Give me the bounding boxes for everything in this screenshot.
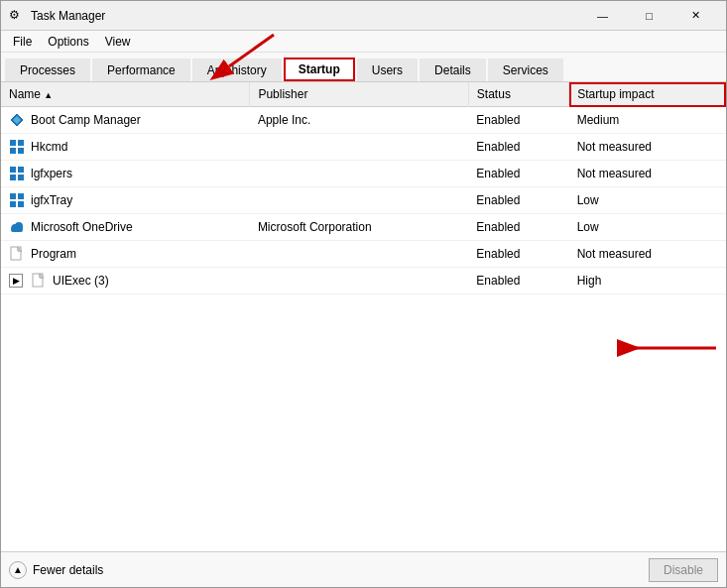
- app-name: Program: [31, 247, 76, 261]
- cell-publisher: [250, 268, 468, 294]
- window-icon: ⚙: [9, 8, 25, 24]
- cell-startup-impact: High: [569, 268, 726, 294]
- app-icon-grid: [9, 192, 25, 208]
- window-title: Task Manager: [31, 9, 580, 23]
- app-icon-cloud: [9, 219, 25, 235]
- app-name: Microsoft OneDrive: [31, 220, 133, 234]
- menu-view[interactable]: View: [97, 33, 139, 51]
- cell-publisher: Apple Inc.: [250, 107, 468, 134]
- cell-name: Program: [1, 241, 250, 268]
- cell-status: Enabled: [468, 241, 568, 268]
- close-button[interactable]: ✕: [673, 3, 718, 29]
- app-name: lgfxpers: [31, 167, 72, 180]
- cell-startup-impact: Low: [569, 187, 726, 214]
- app-name: Boot Camp Manager: [31, 113, 141, 127]
- cell-publisher: [250, 241, 468, 268]
- cell-name: Microsoft OneDrive: [1, 214, 250, 241]
- tab-app-history[interactable]: App history: [192, 59, 282, 81]
- svg-rect-6: [18, 148, 24, 154]
- cell-startup-impact: Medium: [569, 107, 726, 134]
- cell-startup-impact: Not measured: [569, 161, 726, 187]
- table-row[interactable]: ProgramEnabledNot measured: [1, 241, 726, 268]
- app-icon-grid: [9, 139, 25, 155]
- col-publisher[interactable]: Publisher: [250, 82, 468, 107]
- minimize-button[interactable]: —: [580, 3, 625, 29]
- fewer-details-label: Fewer details: [33, 563, 103, 577]
- table-row[interactable]: HkcmdEnabledNot measured: [1, 134, 726, 161]
- disable-button[interactable]: Disable: [649, 558, 718, 582]
- cell-status: Enabled: [468, 187, 568, 214]
- cell-status: Enabled: [468, 107, 568, 134]
- app-icon-file: [31, 273, 47, 289]
- col-status[interactable]: Status: [468, 82, 568, 107]
- cell-startup-impact: Not measured: [569, 134, 726, 161]
- tab-startup[interactable]: Startup: [284, 58, 355, 81]
- title-bar: ⚙ Task Manager — □ ✕: [1, 1, 726, 31]
- cell-publisher: [250, 187, 468, 214]
- col-startup-impact[interactable]: Startup impact: [569, 82, 726, 107]
- cell-status: Enabled: [468, 161, 568, 187]
- app-icon-file: [9, 246, 25, 262]
- svg-rect-13: [10, 201, 16, 207]
- cell-status: Enabled: [468, 268, 568, 294]
- cell-publisher: [250, 134, 468, 161]
- window-controls: — □ ✕: [580, 3, 718, 29]
- svg-rect-11: [10, 193, 16, 199]
- app-icon-grid: [9, 166, 25, 181]
- svg-rect-14: [18, 201, 24, 207]
- cell-publisher: [250, 161, 468, 187]
- cell-status: Enabled: [468, 134, 568, 161]
- status-bar: ▲ Fewer details Disable: [1, 551, 726, 587]
- cell-name: igfxTray: [1, 187, 250, 214]
- tab-performance[interactable]: Performance: [92, 59, 190, 81]
- table-header-row: Name Publisher Status Startup impact: [1, 82, 726, 107]
- app-name: UIExec (3): [53, 274, 109, 288]
- svg-rect-7: [10, 167, 16, 173]
- startup-table: Name Publisher Status Startup impact Boo…: [1, 82, 726, 551]
- svg-rect-8: [18, 167, 24, 173]
- tabs-bar: Processes Performance App history Startu…: [1, 53, 726, 82]
- maximize-button[interactable]: □: [627, 3, 671, 29]
- tab-processes[interactable]: Processes: [5, 59, 90, 81]
- fewer-details-btn[interactable]: ▲ Fewer details: [9, 561, 103, 579]
- cell-name: Boot Camp Manager: [1, 107, 250, 134]
- table-row[interactable]: igfxTrayEnabledLow: [1, 187, 726, 214]
- table-row[interactable]: ▶UIExec (3)EnabledHigh: [1, 268, 726, 294]
- fewer-details-icon: ▲: [9, 561, 27, 579]
- svg-rect-18: [11, 228, 23, 232]
- tab-details[interactable]: Details: [420, 59, 486, 81]
- svg-rect-12: [18, 193, 24, 199]
- menu-file[interactable]: File: [5, 33, 40, 51]
- cell-startup-impact: Not measured: [569, 241, 726, 268]
- tab-users[interactable]: Users: [357, 59, 418, 81]
- cell-startup-impact: Low: [569, 214, 726, 241]
- svg-rect-9: [10, 175, 16, 180]
- table-row[interactable]: Boot Camp ManagerApple Inc.EnabledMedium: [1, 107, 726, 134]
- table-row[interactable]: lgfxpersEnabledNot measured: [1, 161, 726, 187]
- svg-rect-3: [10, 140, 16, 146]
- expand-button[interactable]: ▶: [9, 274, 23, 288]
- svg-rect-4: [18, 140, 24, 146]
- app-name: igfxTray: [31, 193, 72, 207]
- cell-status: Enabled: [468, 214, 568, 241]
- table-row[interactable]: Microsoft OneDriveMicrosoft CorporationE…: [1, 214, 726, 241]
- cell-name: ▶UIExec (3): [1, 268, 250, 294]
- col-name[interactable]: Name: [1, 82, 250, 107]
- cell-name: Hkcmd: [1, 134, 250, 161]
- task-manager-window: ⚙ Task Manager — □ ✕ File Options View P…: [0, 0, 727, 588]
- menu-bar: File Options View: [1, 31, 726, 53]
- app-name: Hkcmd: [31, 140, 67, 154]
- cell-name: lgfxpers: [1, 161, 250, 187]
- cell-publisher: Microsoft Corporation: [250, 214, 468, 241]
- menu-options[interactable]: Options: [40, 33, 96, 51]
- svg-rect-10: [18, 175, 24, 180]
- app-icon-diamond: [9, 112, 25, 128]
- tab-services[interactable]: Services: [488, 59, 563, 81]
- svg-rect-5: [10, 148, 16, 154]
